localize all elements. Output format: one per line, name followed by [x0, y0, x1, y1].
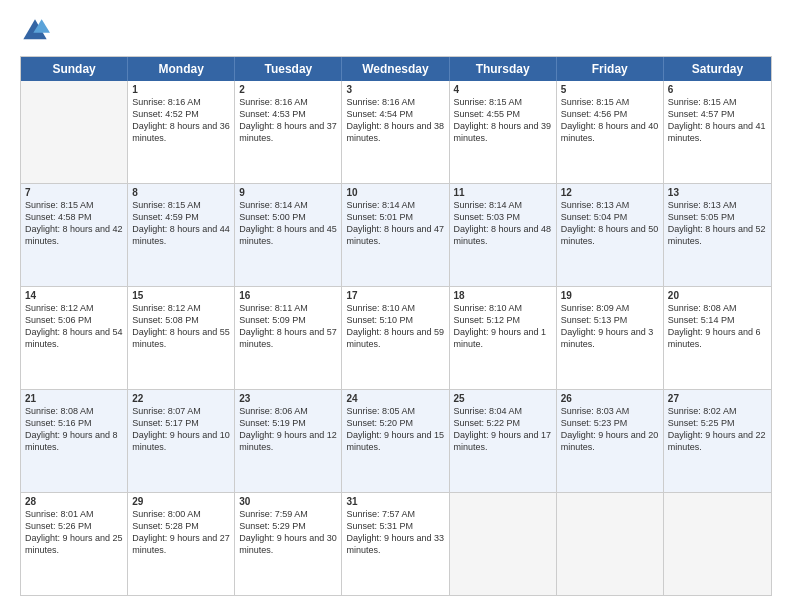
calendar-cell	[557, 493, 664, 595]
calendar-cell: 10Sunrise: 8:14 AM Sunset: 5:01 PM Dayli…	[342, 184, 449, 286]
cell-info: Sunrise: 8:03 AM Sunset: 5:23 PM Dayligh…	[561, 405, 659, 454]
calendar-cell	[664, 493, 771, 595]
day-number: 7	[25, 187, 123, 198]
cell-info: Sunrise: 8:14 AM Sunset: 5:01 PM Dayligh…	[346, 199, 444, 248]
calendar-cell: 21Sunrise: 8:08 AM Sunset: 5:16 PM Dayli…	[21, 390, 128, 492]
cell-info: Sunrise: 8:16 AM Sunset: 4:54 PM Dayligh…	[346, 96, 444, 145]
cell-info: Sunrise: 8:15 AM Sunset: 4:56 PM Dayligh…	[561, 96, 659, 145]
day-number: 15	[132, 290, 230, 301]
day-number: 4	[454, 84, 552, 95]
logo-icon	[20, 16, 50, 46]
calendar-cell: 20Sunrise: 8:08 AM Sunset: 5:14 PM Dayli…	[664, 287, 771, 389]
calendar-cell	[450, 493, 557, 595]
calendar-header-cell: Saturday	[664, 57, 771, 81]
cell-info: Sunrise: 8:08 AM Sunset: 5:16 PM Dayligh…	[25, 405, 123, 454]
cell-info: Sunrise: 8:05 AM Sunset: 5:20 PM Dayligh…	[346, 405, 444, 454]
day-number: 5	[561, 84, 659, 95]
day-number: 12	[561, 187, 659, 198]
cell-info: Sunrise: 8:15 AM Sunset: 4:55 PM Dayligh…	[454, 96, 552, 145]
day-number: 30	[239, 496, 337, 507]
calendar-header-cell: Sunday	[21, 57, 128, 81]
cell-info: Sunrise: 8:01 AM Sunset: 5:26 PM Dayligh…	[25, 508, 123, 557]
cell-info: Sunrise: 7:59 AM Sunset: 5:29 PM Dayligh…	[239, 508, 337, 557]
calendar-header-cell: Thursday	[450, 57, 557, 81]
cell-info: Sunrise: 8:10 AM Sunset: 5:12 PM Dayligh…	[454, 302, 552, 351]
calendar-cell: 24Sunrise: 8:05 AM Sunset: 5:20 PM Dayli…	[342, 390, 449, 492]
cell-info: Sunrise: 8:13 AM Sunset: 5:04 PM Dayligh…	[561, 199, 659, 248]
cell-info: Sunrise: 8:15 AM Sunset: 4:57 PM Dayligh…	[668, 96, 767, 145]
calendar-cell: 2Sunrise: 8:16 AM Sunset: 4:53 PM Daylig…	[235, 81, 342, 183]
calendar-cell: 9Sunrise: 8:14 AM Sunset: 5:00 PM Daylig…	[235, 184, 342, 286]
cell-info: Sunrise: 8:07 AM Sunset: 5:17 PM Dayligh…	[132, 405, 230, 454]
calendar-row: 14Sunrise: 8:12 AM Sunset: 5:06 PM Dayli…	[21, 287, 771, 390]
calendar-cell: 22Sunrise: 8:07 AM Sunset: 5:17 PM Dayli…	[128, 390, 235, 492]
cell-info: Sunrise: 8:14 AM Sunset: 5:00 PM Dayligh…	[239, 199, 337, 248]
cell-info: Sunrise: 8:13 AM Sunset: 5:05 PM Dayligh…	[668, 199, 767, 248]
day-number: 21	[25, 393, 123, 404]
calendar-row: 28Sunrise: 8:01 AM Sunset: 5:26 PM Dayli…	[21, 493, 771, 595]
day-number: 13	[668, 187, 767, 198]
calendar-cell: 29Sunrise: 8:00 AM Sunset: 5:28 PM Dayli…	[128, 493, 235, 595]
day-number: 19	[561, 290, 659, 301]
calendar-cell: 16Sunrise: 8:11 AM Sunset: 5:09 PM Dayli…	[235, 287, 342, 389]
day-number: 3	[346, 84, 444, 95]
day-number: 10	[346, 187, 444, 198]
cell-info: Sunrise: 8:06 AM Sunset: 5:19 PM Dayligh…	[239, 405, 337, 454]
header	[20, 16, 772, 46]
calendar-cell: 19Sunrise: 8:09 AM Sunset: 5:13 PM Dayli…	[557, 287, 664, 389]
calendar-header-cell: Tuesday	[235, 57, 342, 81]
calendar-cell: 28Sunrise: 8:01 AM Sunset: 5:26 PM Dayli…	[21, 493, 128, 595]
calendar-row: 1Sunrise: 8:16 AM Sunset: 4:52 PM Daylig…	[21, 81, 771, 184]
day-number: 14	[25, 290, 123, 301]
cell-info: Sunrise: 7:57 AM Sunset: 5:31 PM Dayligh…	[346, 508, 444, 557]
calendar-header-cell: Friday	[557, 57, 664, 81]
day-number: 26	[561, 393, 659, 404]
calendar-cell: 27Sunrise: 8:02 AM Sunset: 5:25 PM Dayli…	[664, 390, 771, 492]
calendar-cell: 25Sunrise: 8:04 AM Sunset: 5:22 PM Dayli…	[450, 390, 557, 492]
cell-info: Sunrise: 8:04 AM Sunset: 5:22 PM Dayligh…	[454, 405, 552, 454]
calendar-cell: 4Sunrise: 8:15 AM Sunset: 4:55 PM Daylig…	[450, 81, 557, 183]
day-number: 25	[454, 393, 552, 404]
calendar-header-cell: Monday	[128, 57, 235, 81]
day-number: 11	[454, 187, 552, 198]
calendar-cell	[21, 81, 128, 183]
calendar: SundayMondayTuesdayWednesdayThursdayFrid…	[20, 56, 772, 596]
logo	[20, 16, 54, 46]
cell-info: Sunrise: 8:12 AM Sunset: 5:08 PM Dayligh…	[132, 302, 230, 351]
day-number: 22	[132, 393, 230, 404]
calendar-cell: 11Sunrise: 8:14 AM Sunset: 5:03 PM Dayli…	[450, 184, 557, 286]
calendar-cell: 7Sunrise: 8:15 AM Sunset: 4:58 PM Daylig…	[21, 184, 128, 286]
calendar-cell: 3Sunrise: 8:16 AM Sunset: 4:54 PM Daylig…	[342, 81, 449, 183]
day-number: 29	[132, 496, 230, 507]
calendar-row: 7Sunrise: 8:15 AM Sunset: 4:58 PM Daylig…	[21, 184, 771, 287]
calendar-body: 1Sunrise: 8:16 AM Sunset: 4:52 PM Daylig…	[21, 81, 771, 595]
calendar-cell: 31Sunrise: 7:57 AM Sunset: 5:31 PM Dayli…	[342, 493, 449, 595]
calendar-cell: 26Sunrise: 8:03 AM Sunset: 5:23 PM Dayli…	[557, 390, 664, 492]
day-number: 9	[239, 187, 337, 198]
cell-info: Sunrise: 8:12 AM Sunset: 5:06 PM Dayligh…	[25, 302, 123, 351]
page: SundayMondayTuesdayWednesdayThursdayFrid…	[0, 0, 792, 612]
calendar-cell: 18Sunrise: 8:10 AM Sunset: 5:12 PM Dayli…	[450, 287, 557, 389]
day-number: 1	[132, 84, 230, 95]
cell-info: Sunrise: 8:08 AM Sunset: 5:14 PM Dayligh…	[668, 302, 767, 351]
cell-info: Sunrise: 8:10 AM Sunset: 5:10 PM Dayligh…	[346, 302, 444, 351]
day-number: 28	[25, 496, 123, 507]
calendar-cell: 13Sunrise: 8:13 AM Sunset: 5:05 PM Dayli…	[664, 184, 771, 286]
day-number: 6	[668, 84, 767, 95]
calendar-cell: 14Sunrise: 8:12 AM Sunset: 5:06 PM Dayli…	[21, 287, 128, 389]
cell-info: Sunrise: 8:11 AM Sunset: 5:09 PM Dayligh…	[239, 302, 337, 351]
day-number: 8	[132, 187, 230, 198]
calendar-cell: 6Sunrise: 8:15 AM Sunset: 4:57 PM Daylig…	[664, 81, 771, 183]
day-number: 31	[346, 496, 444, 507]
day-number: 20	[668, 290, 767, 301]
calendar-cell: 8Sunrise: 8:15 AM Sunset: 4:59 PM Daylig…	[128, 184, 235, 286]
day-number: 16	[239, 290, 337, 301]
day-number: 23	[239, 393, 337, 404]
day-number: 27	[668, 393, 767, 404]
calendar-header: SundayMondayTuesdayWednesdayThursdayFrid…	[21, 57, 771, 81]
cell-info: Sunrise: 8:16 AM Sunset: 4:53 PM Dayligh…	[239, 96, 337, 145]
calendar-cell: 12Sunrise: 8:13 AM Sunset: 5:04 PM Dayli…	[557, 184, 664, 286]
cell-info: Sunrise: 8:00 AM Sunset: 5:28 PM Dayligh…	[132, 508, 230, 557]
cell-info: Sunrise: 8:02 AM Sunset: 5:25 PM Dayligh…	[668, 405, 767, 454]
calendar-header-cell: Wednesday	[342, 57, 449, 81]
